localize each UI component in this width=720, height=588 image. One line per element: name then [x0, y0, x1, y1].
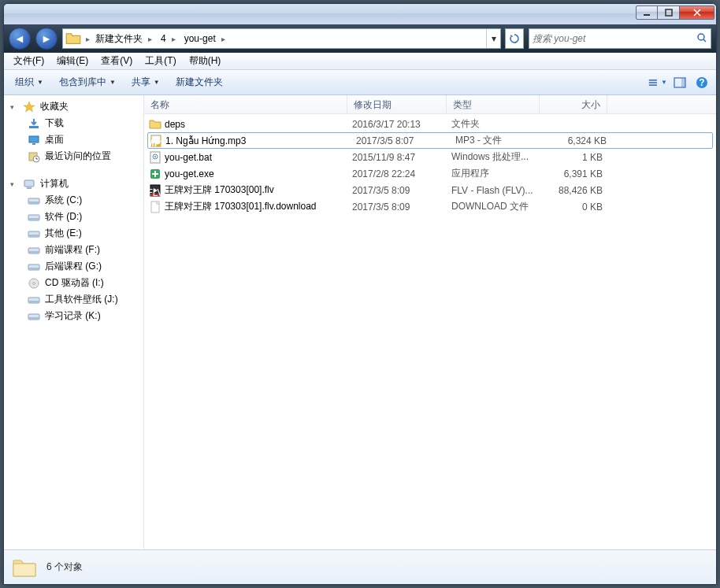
tree-label: 学习记录 (K:) [45, 309, 101, 323]
folder-icon [149, 118, 161, 131]
file-date: 2017/3/5 8:09 [347, 202, 447, 213]
newfolder-button[interactable]: 新建文件夹 [169, 73, 229, 91]
address-dropdown[interactable]: ▾ [486, 29, 500, 48]
file-type: DOWNLOAD 文件 [447, 200, 540, 213]
tree-item[interactable]: 工具软件壁纸 (J:) [4, 291, 143, 308]
drive-icon [28, 261, 40, 273]
include-button[interactable]: 包含到库中▼ [53, 73, 122, 91]
download-icon [28, 117, 40, 130]
svg-rect-24 [28, 251, 39, 253]
chevron-right-icon: ▸ [219, 35, 228, 43]
navigation-pane[interactable]: ▾ 收藏夹 下载桌面最近访问的位置 ▾ 计算机 系统 (C:)软件 (D:)其他… [4, 95, 144, 549]
search-input[interactable] [533, 33, 696, 44]
cd-icon [28, 277, 40, 290]
star-icon [23, 101, 35, 113]
tree-item[interactable]: 软件 (D:) [4, 209, 143, 225]
file-row[interactable]: MP31. Ngẫu Hứng.mp32017/3/5 8:07MP3 - 文件… [147, 132, 713, 149]
column-date[interactable]: 修改日期 [347, 95, 447, 113]
file-list[interactable]: deps2016/3/17 20:13文件夹MP31. Ngẫu Hứng.mp… [144, 114, 716, 549]
svg-point-28 [33, 282, 35, 284]
drive-icon [28, 310, 40, 323]
file-size: 1 KB [540, 152, 607, 163]
tree-label: 下载 [45, 116, 64, 130]
menu-tools[interactable]: 工具(T) [139, 53, 182, 69]
file-row[interactable]: FLV王牌对王牌 170303[00].flv2017/3/5 8:09FLV … [144, 182, 716, 198]
help-button[interactable]: ? [692, 73, 711, 92]
svg-rect-1 [666, 9, 672, 16]
svg-rect-18 [28, 202, 39, 204]
svg-point-2 [698, 34, 704, 40]
file-name: you-get.exe [165, 168, 214, 179]
chevron-right-icon: ▸ [169, 35, 178, 43]
tree-item[interactable]: 最近访问的位置 [4, 148, 143, 165]
svg-point-38 [154, 156, 156, 157]
chevron-down-icon: ▼ [154, 79, 160, 86]
file-row[interactable]: 王牌对王牌 170303[01].flv.download2017/3/5 8:… [144, 198, 716, 215]
breadcrumb-segment[interactable]: 4▸ [158, 29, 181, 48]
breadcrumb-segment[interactable]: you-get▸ [181, 29, 231, 48]
svg-rect-22 [28, 235, 39, 237]
file-row[interactable]: you-get.exe2017/2/8 22:24应用程序6,391 KB [144, 165, 716, 182]
file-date: 2015/11/9 8:47 [347, 152, 447, 163]
desktop-icon [28, 134, 40, 146]
folder-icon [65, 31, 81, 46]
column-size[interactable]: 大小 [540, 95, 607, 113]
file-name: deps [165, 119, 185, 130]
close-button[interactable] [680, 6, 714, 20]
minimize-button[interactable] [636, 6, 658, 20]
content-area: ▾ 收藏夹 下载桌面最近访问的位置 ▾ 计算机 系统 (C:)软件 (D:)其他… [4, 95, 716, 549]
view-button[interactable]: ▼ [648, 73, 667, 92]
search-icon[interactable] [696, 32, 707, 46]
tree-item[interactable]: 其他 (E:) [4, 225, 143, 242]
menu-edit[interactable]: 编辑(E) [50, 53, 95, 69]
menu-help[interactable]: 帮助(H) [183, 53, 228, 69]
tree-computer[interactable]: ▾ 计算机 [4, 176, 143, 192]
share-button[interactable]: 共享▼ [125, 73, 166, 91]
svg-rect-4 [649, 82, 657, 83]
forward-button[interactable]: ► [35, 28, 58, 50]
search-box[interactable] [529, 28, 711, 49]
svg-rect-15 [24, 180, 34, 187]
tree-label: 最近访问的位置 [45, 150, 111, 163]
svg-text:FLV: FLV [149, 187, 161, 197]
svg-rect-20 [28, 218, 39, 220]
column-name[interactable]: 名称 [144, 95, 347, 113]
svg-rect-32 [28, 317, 39, 320]
menu-view[interactable]: 查看(V) [95, 53, 139, 69]
collapse-icon[interactable]: ▾ [10, 103, 18, 111]
file-date: 2017/3/5 8:09 [347, 185, 447, 196]
back-button[interactable]: ◄ [9, 28, 31, 50]
tree-item[interactable]: 后端课程 (G:) [4, 258, 143, 275]
tree-item[interactable]: CD 驱动器 (I:) [4, 275, 143, 291]
titlebar[interactable] [4, 4, 716, 24]
svg-rect-0 [644, 14, 650, 16]
file-date: 2017/2/8 22:24 [347, 168, 447, 179]
file-row[interactable]: you-get.bat2015/11/9 8:47Windows 批处理...1… [144, 149, 716, 165]
breadcrumb-segment[interactable]: 新建文件夹▸ [92, 29, 158, 48]
tree-item[interactable]: 系统 (C:) [4, 192, 143, 209]
tree-label: 后端课程 (G:) [45, 260, 102, 273]
address-bar[interactable]: ▸ 新建文件夹▸ 4▸ you-get▸ ▾ [62, 28, 501, 49]
tree-label: CD 驱动器 (I:) [45, 276, 104, 290]
maximize-button[interactable] [658, 6, 680, 20]
command-bar: 组织▼ 包含到库中▼ 共享▼ 新建文件夹 ▼ ? [4, 70, 716, 95]
menu-file[interactable]: 文件(F) [7, 53, 50, 69]
tree-item[interactable]: 前端课程 (F:) [4, 242, 143, 258]
collapse-icon[interactable]: ▾ [10, 180, 18, 188]
file-row[interactable]: deps2016/3/17 20:13文件夹 [144, 116, 716, 132]
svg-rect-12 [32, 143, 35, 145]
tree-label: 软件 (D:) [45, 210, 82, 224]
column-type[interactable]: 类型 [447, 95, 540, 113]
organize-button[interactable]: 组织▼ [9, 73, 50, 91]
tree-item[interactable]: 桌面 [4, 131, 143, 148]
drive-icon [28, 227, 40, 240]
file-size: 6,391 KB [540, 168, 607, 179]
tree-item[interactable]: 下载 [4, 115, 143, 131]
tree-item[interactable]: 学习记录 (K:) [4, 308, 143, 324]
preview-button[interactable] [670, 73, 689, 92]
tree-favorites[interactable]: ▾ 收藏夹 [4, 98, 143, 115]
chevron-right-icon[interactable]: ▸ [84, 35, 92, 43]
svg-rect-11 [29, 136, 39, 142]
refresh-button[interactable] [505, 28, 524, 49]
menu-bar: 文件(F) 编辑(E) 查看(V) 工具(T) 帮助(H) [4, 53, 716, 70]
